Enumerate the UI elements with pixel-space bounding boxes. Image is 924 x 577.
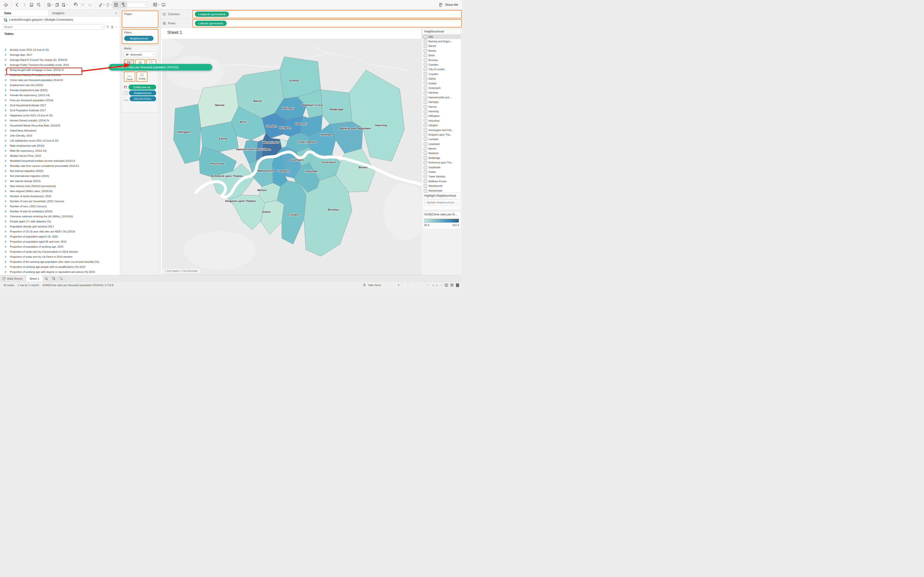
- checkbox-checked-icon[interactable]: ✓: [424, 40, 427, 43]
- filters-shelf[interactable]: Filters Neighbourhood: [122, 29, 158, 44]
- columns-pill[interactable]: Longitude (generated): [195, 11, 229, 17]
- field-row[interactable]: #New migrant (NINo) rates, (2015/16): [0, 189, 120, 193]
- field-row[interactable]: #Population density (per hectare) 2017: [0, 224, 120, 229]
- field-row[interactable]: #Proportion of the working-age populatio…: [0, 259, 120, 264]
- neighbourhood-filter-item[interactable]: ✓Barnet: [422, 44, 461, 48]
- highlight-search-box[interactable]: ⌕: [424, 200, 459, 205]
- checkbox-checked-icon[interactable]: ✓: [424, 91, 427, 94]
- checkbox-checked-icon[interactable]: ✓: [424, 161, 427, 164]
- field-row[interactable]: #Proportion of working age people with n…: [0, 264, 120, 269]
- checkbox-checked-icon[interactable]: ✓: [424, 110, 427, 113]
- rows-field-area[interactable]: Latitude (generated): [192, 19, 462, 27]
- field-row[interactable]: #People aged 17+ with diabetes (%): [0, 219, 120, 224]
- neighbourhood-filter-item[interactable]: ✓Merton: [422, 146, 461, 151]
- field-row[interactable]: #Modelled Household median income estima…: [0, 158, 120, 163]
- checkbox-checked-icon[interactable]: ✓: [424, 44, 427, 48]
- neighbourhood-filter-item[interactable]: ✓Redbridge: [422, 156, 461, 160]
- tableau-logo-icon[interactable]: [2, 1, 9, 8]
- columns-field-area[interactable]: Longitude (generated): [192, 10, 462, 18]
- field-row[interactable]: #GLA Household Estimate 2017: [0, 103, 120, 108]
- neighbourhood-filter-item[interactable]: ✓Greenwich: [422, 85, 461, 90]
- field-row[interactable]: #Net natural change (2015): [0, 178, 120, 184]
- highlight-search-input[interactable]: [426, 201, 456, 204]
- field-row[interactable]: #Proportion of population aged 65 and ov…: [0, 239, 120, 244]
- clear-sheet-button[interactable]: ▼: [61, 1, 68, 8]
- tab-data[interactable]: Data: [0, 10, 48, 16]
- new-worksheet-tab-button[interactable]: [43, 275, 50, 282]
- neighbourhood-filter-item[interactable]: ✓Newham: [422, 151, 461, 156]
- new-worksheet-button[interactable]: ▼: [47, 1, 53, 8]
- neighbourhood-filter-item[interactable]: ✓Ealing: [422, 76, 461, 81]
- checkbox-checked-icon[interactable]: ✓: [424, 100, 427, 104]
- rows-pill[interactable]: Latitude (generated): [195, 21, 227, 26]
- field-row[interactable]: #Overseas nationals entering the UK (NIN…: [0, 214, 120, 219]
- neighbourhood-filter-item[interactable]: ✓Lambeth: [422, 137, 461, 142]
- field-row[interactable]: #Proportion of population of working-age…: [0, 244, 120, 249]
- checkbox-checked-icon[interactable]: ✓: [424, 53, 427, 57]
- field-row[interactable]: #Number of jobs by workplace (2014): [0, 209, 120, 214]
- duplicate-button[interactable]: [54, 1, 61, 8]
- tab-analytics[interactable]: Analytics: [48, 10, 113, 16]
- neighbourhood-filter-item[interactable]: ✓Bromley: [422, 58, 461, 62]
- neighbourhood-filter-item[interactable]: ✓Camden: [422, 62, 461, 67]
- checkbox-checked-icon[interactable]: ✓: [424, 175, 427, 178]
- neighbourhood-filter-item[interactable]: ✓Sutton: [422, 169, 461, 174]
- neighbourhood-filter-item[interactable]: ✓Brent: [422, 53, 461, 58]
- redo-button[interactable]: [21, 1, 27, 8]
- neighbourhood-filter-item[interactable]: ✓Kingston upon Tha...: [422, 132, 461, 137]
- neighbourhood-filter-item[interactable]: ✓Lewisham: [422, 142, 461, 146]
- filter-funnel-icon[interactable]: [106, 26, 109, 29]
- field-row[interactable]: #Proportion of 16-18 year olds who are N…: [0, 229, 120, 234]
- checkbox-checked-icon[interactable]: ✓: [424, 63, 427, 66]
- field-row[interactable]: #Proportion of working age with degree o…: [0, 269, 120, 274]
- new-datasource-button[interactable]: [36, 1, 42, 8]
- neighbourhood-filter-item[interactable]: ✓Hillingdon: [422, 114, 461, 118]
- field-row[interactable]: #Proportion of population aged 0-15, 201…: [0, 234, 120, 239]
- neighbourhood-filter-item[interactable]: ✓Kensington and Che...: [422, 128, 461, 132]
- data-source-tab[interactable]: Data Source: [0, 275, 26, 282]
- checkbox-checked-icon[interactable]: ✓: [424, 105, 427, 108]
- field-row[interactable]: #Female employment rate (2015): [0, 87, 120, 93]
- show-hide-cards-button[interactable]: ▼: [153, 1, 160, 8]
- neighbourhood-filter-item[interactable]: ✓Bexley: [422, 48, 461, 53]
- checkbox-checked-icon[interactable]: ✓: [424, 73, 427, 76]
- field-row[interactable]: #Net international migration (2015): [0, 173, 120, 178]
- checkbox-checked-icon[interactable]: ✓: [424, 68, 427, 71]
- checkbox-checked-icon[interactable]: ✓: [424, 86, 427, 90]
- user-menu[interactable]: Yalin Yener ▼: [361, 282, 402, 288]
- field-row[interactable]: #New Homes (net) 2015/16 (provisional): [0, 184, 120, 189]
- field-row[interactable]: #Crime rates per thousand population 201…: [0, 77, 120, 82]
- mark-type-dropdown[interactable]: Automatic ▼: [124, 52, 156, 57]
- checkbox-checked-icon[interactable]: ✓: [424, 49, 427, 52]
- field-row[interactable]: #Number of cars per household, (2011 Cen…: [0, 198, 120, 204]
- checkbox-checked-icon[interactable]: ✓: [424, 119, 427, 122]
- tooltip-button[interactable]: Tooltip: [136, 72, 148, 82]
- fit-selector[interactable]: ▼: [127, 2, 148, 8]
- new-dashboard-tab-button[interactable]: [50, 275, 58, 282]
- field-row[interactable]: #Number of cars, (2011 Census): [0, 204, 120, 209]
- london-boroughs-map[interactable]: HillingdonHarrowBarnetEnfieldHaringeyWal…: [162, 39, 422, 275]
- checkbox-checked-icon[interactable]: ✓: [424, 82, 427, 85]
- field-row[interactable]: #Average Age, 2017: [0, 52, 120, 57]
- checkbox-checked-icon[interactable]: ✓: [424, 189, 427, 192]
- checkbox-checked-icon[interactable]: ✓: [424, 96, 427, 99]
- mark-pill[interactable]: Neighbourhood: [129, 90, 156, 95]
- undo-button[interactable]: [14, 1, 21, 8]
- chevron-down-icon[interactable]: ▼: [116, 26, 118, 28]
- show-filmstrip-view-icon[interactable]: [451, 284, 454, 287]
- legend-gradient-bar[interactable]: [424, 219, 459, 222]
- field-row[interactable]: #Female life expectancy, (2012-14): [0, 93, 120, 98]
- neighbourhood-filter-item[interactable]: ✓Islington: [422, 123, 461, 127]
- pane-sort-icon[interactable]: ⇕: [113, 10, 120, 16]
- field-row[interactable]: #Median House Price, 2015: [0, 153, 120, 158]
- checkbox-checked-icon[interactable]: ✓: [424, 77, 427, 80]
- neighbourhood-filter-item[interactable]: ✓Barking and Dagen...: [422, 39, 461, 44]
- field-row[interactable]: #Happiness score 2011-14 (out of 10): [0, 113, 120, 118]
- field-row[interactable]: #Mortality rate from causes considered p…: [0, 163, 120, 168]
- field-row[interactable]: #Jobs Density, 2015: [0, 133, 120, 138]
- filter-pill-neighbourhood[interactable]: Neighbourhood: [124, 36, 153, 41]
- neighbourhood-filter-item[interactable]: ✓Havering: [422, 109, 461, 113]
- first-sheet-icon[interactable]: ⏮: [427, 284, 430, 287]
- neighbourhood-filter-item[interactable]: ✓Richmond upon Tha...: [422, 160, 461, 165]
- show-sheet-view-icon[interactable]: [456, 284, 459, 287]
